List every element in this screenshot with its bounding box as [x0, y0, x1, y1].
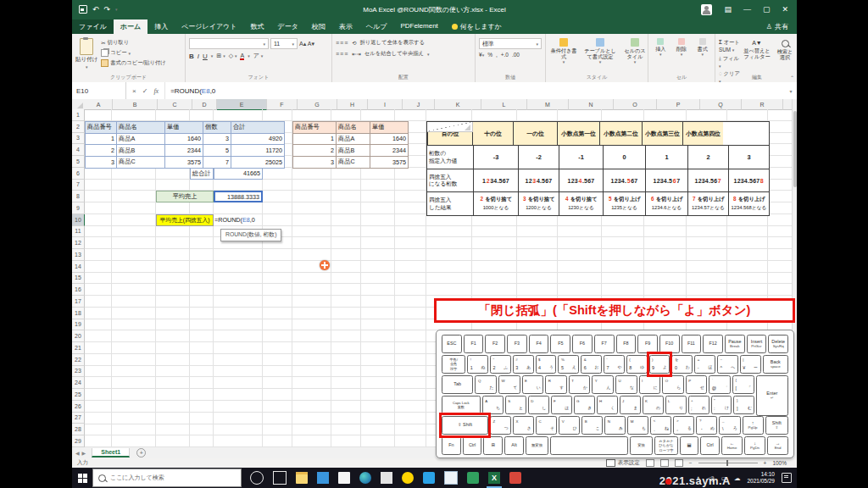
- cell[interactable]: 商品C: [337, 157, 370, 169]
- action-center-icon[interactable]: [782, 473, 792, 483]
- ribbon-tab-ホーム[interactable]: ホーム: [114, 19, 147, 34]
- page-break-view-icon[interactable]: [675, 459, 683, 467]
- italic-button[interactable]: I: [198, 53, 199, 60]
- page-layout-view-icon[interactable]: [660, 459, 669, 467]
- row-header-22[interactable]: 22: [72, 354, 85, 366]
- task-view-icon[interactable]: [273, 471, 287, 485]
- row-header-15[interactable]: 15: [72, 273, 85, 285]
- enter-icon[interactable]: ✓: [142, 87, 148, 95]
- display-icon[interactable]: ▭: [721, 474, 727, 482]
- align-left-icon[interactable]: ≡≡≡: [336, 51, 348, 57]
- phonetic-icon[interactable]: ア ▾: [253, 52, 264, 60]
- zoom-in-icon[interactable]: +: [764, 460, 767, 466]
- close-button[interactable]: ✕: [782, 5, 788, 14]
- delete-cells-button[interactable]: 削除▾: [676, 36, 687, 58]
- row-header-19[interactable]: 19: [72, 319, 85, 331]
- cell[interactable]: 3: [86, 157, 117, 169]
- cell[interactable]: 1: [86, 133, 117, 145]
- row-header-24[interactable]: 24: [72, 377, 85, 389]
- row-header-10[interactable]: 10: [72, 214, 85, 226]
- cell[interactable]: 4920: [231, 133, 285, 145]
- fill-color-icon[interactable]: ◇ ▾: [229, 53, 237, 59]
- cell[interactable]: 2344: [165, 145, 203, 157]
- name-box[interactable]: E10: [72, 82, 126, 99]
- row-header-11[interactable]: 11: [72, 226, 85, 238]
- cell[interactable]: 3: [203, 133, 231, 145]
- hidden-icons-chevron[interactable]: ∧: [696, 474, 701, 482]
- cell[interactable]: 1640: [370, 133, 409, 145]
- volume-icon[interactable]: ◁): [708, 474, 715, 482]
- wrap-text-button[interactable]: 折り返して全体を表示する: [360, 39, 425, 47]
- cell[interactable]: 商品A: [117, 133, 165, 145]
- decrease-decimal-icon[interactable]: .00: [512, 52, 520, 58]
- row-header-26[interactable]: 26: [72, 401, 85, 413]
- cell-styles-button[interactable]: セルのスタイル▾: [622, 36, 648, 65]
- collapse-ribbon-icon[interactable]: ⌃: [790, 75, 794, 80]
- product-table-header[interactable]: 単価: [165, 121, 203, 133]
- lookup-table-header[interactable]: 単価: [370, 121, 409, 133]
- comma-icon[interactable]: ,: [496, 52, 498, 58]
- zoom-level[interactable]: 100%: [772, 460, 787, 466]
- row-header-20[interactable]: 20: [72, 330, 85, 342]
- ribbon-tab-ヘルプ[interactable]: ヘルプ: [359, 19, 394, 34]
- copy-button[interactable]: コピー▾: [101, 49, 165, 57]
- formula-bar-expand-icon[interactable]: ▾: [785, 82, 797, 99]
- row-header-29[interactable]: 29: [72, 435, 85, 447]
- ribbon-tab-ファイル[interactable]: ファイル: [72, 19, 114, 34]
- formula-input[interactable]: =ROUND(E8,0: [165, 82, 785, 99]
- find-select-button[interactable]: 検索と選択: [775, 38, 795, 60]
- camera-app-icon[interactable]: [509, 472, 521, 484]
- insert-function-icon[interactable]: fx: [153, 87, 159, 95]
- ribbon-tab-数式[interactable]: 数式: [243, 19, 270, 34]
- zoom-slider[interactable]: [698, 463, 758, 463]
- edge-icon[interactable]: [359, 472, 371, 484]
- average-value-cell[interactable]: 13888.3333: [214, 191, 263, 202]
- ribbon-tab-表示[interactable]: 表示: [332, 19, 359, 34]
- taskbar-search-input[interactable]: ここに入力して検索: [92, 469, 242, 487]
- zoom-out-icon[interactable]: −: [689, 460, 693, 466]
- qat-dropdown-icon[interactable]: ▾: [115, 7, 118, 12]
- grow-font-icon[interactable]: A▴ A▾: [299, 41, 314, 47]
- save-icon[interactable]: [79, 5, 87, 14]
- account-avatar[interactable]: [701, 4, 712, 15]
- bold-button[interactable]: B: [189, 53, 194, 60]
- ribbon-tab-データ[interactable]: データ: [270, 19, 304, 34]
- new-sheet-icon[interactable]: +: [136, 448, 146, 458]
- start-button[interactable]: [72, 468, 92, 488]
- store-icon[interactable]: [338, 472, 350, 484]
- mail-icon[interactable]: [444, 471, 458, 485]
- row-header-6[interactable]: 6: [72, 168, 85, 180]
- ribbon-tab-挿入[interactable]: 挿入: [147, 19, 175, 34]
- formula-edit-cell[interactable]: =ROUND(E8,0: [214, 214, 280, 226]
- percent-icon[interactable]: %: [487, 52, 492, 58]
- row-header-14[interactable]: 14: [72, 261, 85, 273]
- sheet-tab-sheet1[interactable]: Sheet1: [92, 448, 130, 458]
- row-header-17[interactable]: 17: [72, 296, 85, 308]
- align-top-icon[interactable]: ≡≡≡: [336, 40, 348, 46]
- ribbon-tab-ページレイアウト[interactable]: ページレイアウト: [175, 19, 243, 34]
- redo-icon[interactable]: ↷: [104, 5, 111, 14]
- fill-button[interactable]: ⤓ フィル ▾: [719, 55, 740, 69]
- excel-icon[interactable]: X: [488, 472, 500, 484]
- cell[interactable]: 商品C: [117, 157, 165, 169]
- cell[interactable]: 2: [293, 145, 337, 157]
- cell[interactable]: 1640: [165, 133, 203, 145]
- maximize-button[interactable]: ▢: [763, 5, 771, 14]
- cell[interactable]: 5: [203, 145, 231, 157]
- sticky-note-icon[interactable]: [381, 472, 392, 484]
- undo-icon[interactable]: ↶: [92, 5, 99, 14]
- format-as-table-button[interactable]: テーブルとして書式設定▾: [581, 36, 619, 65]
- row-header-13[interactable]: 13: [72, 249, 85, 261]
- cut-button[interactable]: ✂切り取り: [101, 39, 165, 47]
- autosum-button[interactable]: Σ オート SUM ▾: [719, 39, 740, 53]
- format-cells-button[interactable]: 書式▾: [697, 36, 707, 58]
- tell-me-box[interactable]: 何をしますか: [445, 19, 509, 34]
- paste-button[interactable]: 貼り付け▾: [75, 36, 97, 69]
- row-header-8[interactable]: 8: [72, 191, 85, 202]
- increase-decimal-icon[interactable]: +.0: [501, 52, 509, 58]
- cell[interactable]: 11720: [231, 145, 285, 157]
- format-painter-button[interactable]: 書式のコピー/貼り付け: [101, 59, 165, 67]
- ribbon-display-options-icon[interactable]: ▤: [724, 5, 732, 14]
- cell[interactable]: 2: [86, 145, 117, 157]
- cell[interactable]: 1: [293, 133, 337, 145]
